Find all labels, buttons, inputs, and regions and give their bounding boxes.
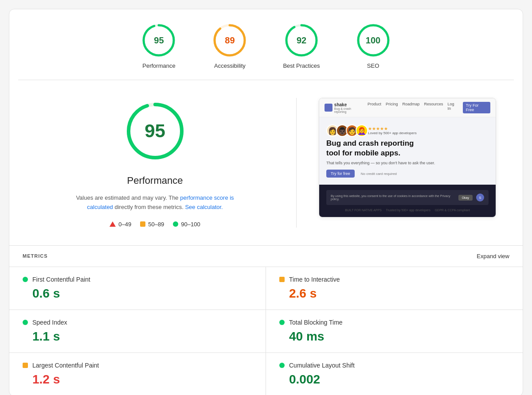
perf-title: Performance [127,175,183,186]
nav-roadmap: Roadmap [403,102,420,113]
performance-value: 95 [154,35,164,46]
legend-good: 90–100 [173,221,200,228]
lcp-value: 1.2 s [23,372,252,387]
square-icon [140,221,145,227]
tti-indicator [279,277,285,282]
cookie-text: By using this website, you consent to th… [331,194,455,201]
cls-label: Cumulative Layout Shift [289,362,355,369]
right-panel: shake Bug & crash reporting Product Pric… [319,98,496,217]
fcp-indicator [23,277,28,282]
nav-login: Log In [448,102,458,113]
score-performance: 95 Performance [141,23,176,69]
metrics-grid: First Contentful Paint 0.6 s Time to Int… [9,267,523,395]
desc-plain: Values are estimated and may vary. The [76,194,178,201]
circle-icon [173,221,178,227]
accessibility-value: 89 [225,35,235,46]
left-panel: 95 Performance Values are estimated and … [36,98,274,228]
dark-footer-text: BUILT FOR NATIVE APPS Trusted by 500+ ap… [326,209,489,212]
tti-label: Time to Interactive [289,276,340,283]
metric-tbt: Total Blocking Time 40 ms [266,310,523,353]
best-practices-circle: 92 [284,23,319,58]
fcp-value: 0.6 s [23,287,252,301]
metric-fcp: First Contentful Paint 0.6 s [9,267,266,310]
lcp-label: Largest Contentful Paint [32,362,99,369]
fcp-label: First Contentful Paint [32,276,90,283]
legend-good-range: 90–100 [181,221,200,228]
screenshot-frame: shake Bug & crash reporting Product Pric… [319,98,496,217]
hero-loved: Loved by 500+ app developers [368,131,417,135]
metric-tbt-name-row: Total Blocking Time [279,319,509,326]
hero-sub-cta: No credit card required [361,172,397,176]
accessibility-circle: 89 [212,23,247,58]
shake-logo-icon [325,104,332,112]
screenshot-dark: By using this website, you consent to th… [319,185,496,217]
triangle-icon [110,221,116,227]
legend-bad: 0–49 [110,221,131,228]
metric-cls: Cumulative Layout Shift 0.002 [266,353,523,395]
si-value: 1.1 s [23,329,252,344]
legend: 0–49 50–89 90–100 [110,221,200,228]
metric-lcp: Largest Contentful Paint 1.2 s [9,353,266,395]
nav-logo: shake Bug & crash reporting [325,102,364,113]
si-label: Speed Index [32,319,67,326]
best-practices-label: Best Practices [283,62,320,69]
tbt-value: 40 ms [279,329,509,344]
metric-fcp-name-row: First Contentful Paint [23,276,252,283]
performance-circle: 95 [141,23,176,58]
cls-value: 0.002 [279,372,509,387]
metrics-header: METRICS Expand view [9,245,523,267]
best-practices-value: 92 [297,35,306,46]
seo-value: 100 [366,35,380,46]
score-seo: 100 SEO [356,23,391,69]
nav-cta-button[interactable]: Try For Free [463,102,490,113]
legend-bad-range: 0–49 [118,221,131,228]
tbt-label: Total Blocking Time [289,319,343,326]
legend-medium-range: 50–89 [148,221,164,228]
perf-desc: Values are estimated and may vary. The p… [71,194,239,212]
nav-pricing: Pricing [386,102,398,113]
nav-logo-text: shake Bug & crash reporting [334,102,364,113]
metric-lcp-name-row: Largest Contentful Paint [23,362,252,369]
main-content: 95 Performance Values are estimated and … [9,80,523,245]
nav-product: Product [368,102,381,113]
big-score-value: 95 [145,120,165,142]
expand-view-button[interactable]: Expand view [477,253,509,259]
performance-label: Performance [142,62,175,69]
screenshot-hero: 👩 👨🏿 🧑 👩‍🦰 ★★★★★ Loved by 500+ app devel… [319,117,496,185]
score-accessibility: 89 Accessibility [212,23,247,69]
tbt-indicator [279,320,285,325]
vertical-divider [296,98,297,228]
seo-circle: 100 [356,23,391,58]
metric-si: Speed Index 1.1 s [9,310,266,353]
hero-headline: Bug and crash reportingtool for mobile a… [326,139,489,158]
calculator-link[interactable]: See calculator. [185,204,223,210]
nav-resources: Resources [424,102,443,113]
big-score-circle: 95 [122,98,188,164]
si-indicator [23,320,28,325]
tti-value: 2.6 s [279,287,509,301]
cls-indicator [279,363,285,368]
cookie-icon: S [476,194,484,201]
metric-tti: Time to Interactive 2.6 s [266,267,523,310]
scores-row: 95 Performance 89 Accessibility 92 Best … [9,9,523,80]
metric-cls-name-row: Cumulative Layout Shift [279,362,509,369]
metrics-label: METRICS [23,253,48,259]
hero-cta-button[interactable]: Try for free [326,170,355,178]
screenshot-nav: shake Bug & crash reporting Product Pric… [319,98,496,117]
accessibility-label: Accessibility [214,62,246,69]
lcp-indicator [23,363,28,368]
nav-links: Product Pricing Roadmap Resources Log In… [368,102,490,113]
hero-stars: ★★★★★ [368,126,417,131]
cookie-ok-button[interactable]: Okay [458,195,473,201]
hero-sub: That tells you everything — so you don't… [326,161,489,165]
seo-label: SEO [367,62,379,69]
desc-mid: directly from these metrics. [114,204,183,210]
cookie-bar: By using this website, you consent to th… [326,190,489,205]
main-card: 95 Performance 89 Accessibility 92 Best … [9,9,523,395]
score-best-practices: 92 Best Practices [283,23,320,69]
metric-tti-name-row: Time to Interactive [279,276,509,283]
legend-medium: 50–89 [140,221,164,228]
metric-si-name-row: Speed Index [23,319,252,326]
